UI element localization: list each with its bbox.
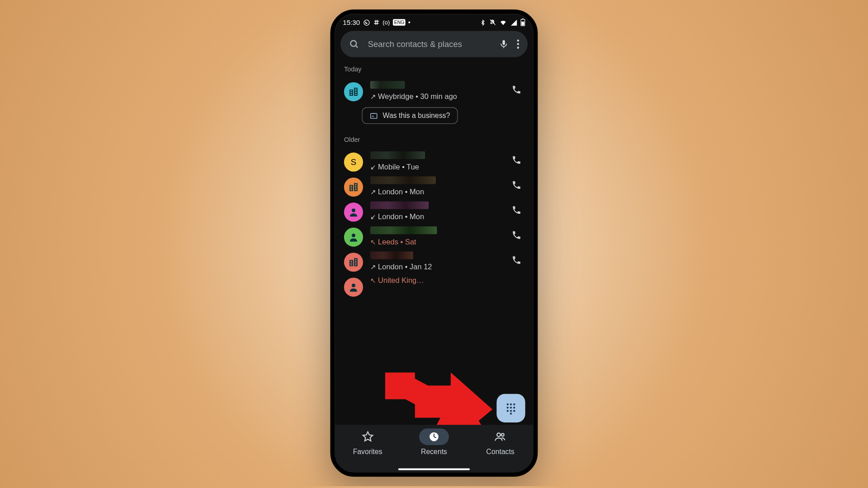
contact-name-redacted [370,226,437,234]
svg-point-17 [510,404,512,405]
people-icon [494,431,507,442]
missed-call-icon: ↖ [370,277,376,285]
call-details: ↗ London • Mon [370,188,524,196]
contact-name-redacted [370,251,413,259]
call-entry[interactable]: S ↙ Mobile • Tue [335,146,533,171]
avatar [344,82,363,101]
call-entry[interactable]: ↙ London • Mon [335,197,533,221]
status-right [480,19,525,26]
svg-point-16 [507,404,509,405]
svg-point-15 [352,284,355,287]
mic-icon[interactable] [499,39,509,50]
bluetooth-icon [480,19,486,26]
more-notifications-dot [409,21,410,23]
svg-point-10 [517,43,519,45]
call-entry[interactable]: ↖ United King… [335,272,533,296]
avatar: S [344,153,363,172]
svg-point-13 [352,209,355,212]
search-input[interactable]: Search contacts & places [368,39,491,49]
outgoing-call-icon: ↗ [370,263,376,271]
avatar [344,228,363,247]
contact-name-redacted [370,151,425,159]
clock-icon [429,432,439,442]
status-bar: 15:30 (o) ENG [335,14,533,27]
storefront-icon [370,112,378,120]
mute-icon [489,19,496,26]
call-entry[interactable]: ↗ London • Mon [335,172,533,197]
avatar [344,278,363,297]
call-entry[interactable]: ↗ London • Jan 12 [335,247,533,272]
call-button[interactable] [511,255,521,267]
lang-badge: ENG [393,19,406,26]
svg-point-21 [513,407,515,408]
call-details: ↖ Leeds • Sat [370,238,524,246]
call-subtext: Leeds • Sat [378,238,416,246]
gesture-bar[interactable] [398,468,470,470]
call-details: ↗ Weybridge • 30 min ago [370,92,524,100]
svg-point-9 [517,39,519,41]
call-subtext: United King… [378,277,424,285]
status-indicator-text: (o) [382,19,390,26]
call-details: ↗ London • Jan 12 [370,263,524,271]
business-prompt-chip[interactable]: Was this a business? [362,107,458,124]
clock: 15:30 [343,19,360,26]
svg-rect-4 [522,19,524,19]
call-button[interactable] [511,230,521,243]
svg-point-0 [364,20,369,25]
outgoing-call-icon: ↗ [370,93,376,100]
call-subtext: London • Jan 12 [378,263,432,271]
svg-point-18 [513,404,515,405]
battery-icon [520,19,525,26]
svg-point-20 [510,407,512,408]
call-subtext: London • Mon [378,188,424,196]
svg-point-25 [510,413,512,414]
nav-favorites[interactable]: Favorites [335,428,401,473]
svg-point-24 [513,410,515,412]
svg-point-19 [507,407,509,408]
avatar [344,202,363,221]
svg-point-30 [497,433,501,436]
more-icon[interactable] [517,39,519,49]
call-entry[interactable]: ↖ Leeds • Sat [335,222,533,247]
svg-point-23 [510,410,512,412]
svg-line-7 [356,46,358,47]
svg-rect-8 [503,40,505,45]
svg-rect-27 [393,373,453,419]
nav-label: Contacts [486,447,514,455]
bottom-nav: Favorites Recents Contacts [335,425,533,472]
section-header: Older [335,127,533,146]
contact-name-redacted [370,202,429,209]
contact-name-redacted [370,81,405,89]
call-button[interactable] [511,205,521,218]
call-subtext: Mobile • Tue [378,163,419,171]
svg-point-14 [352,234,355,237]
call-details: ↖ United King… [370,277,524,285]
cell-signal-icon [510,19,518,26]
search-bar[interactable]: Search contacts & places [340,31,528,57]
outgoing-call-icon: ↗ [370,188,376,196]
avatar [344,253,363,272]
call-button[interactable] [511,155,521,168]
call-log: Today ↗ Weybridge • 30 min ago Was this … [335,57,533,297]
call-subtext: London • Mon [378,213,424,221]
call-button[interactable] [511,84,521,97]
phone-frame: 15:30 (o) ENG Search contacts & places T… [330,9,538,477]
svg-point-31 [501,433,504,436]
status-left: 15:30 (o) ENG [343,19,410,26]
nav-recents[interactable]: Recents [401,428,467,473]
wifi-icon [499,19,507,26]
svg-rect-5 [521,22,524,25]
call-entry[interactable]: ↗ Weybridge • 30 min ago [335,76,533,101]
nav-contacts[interactable]: Contacts [467,428,533,473]
incoming-call-icon: ↙ [370,213,376,221]
section-header: Today [335,57,533,76]
call-button[interactable] [511,180,521,192]
call-subtext: Weybridge • 30 min ago [378,92,457,100]
search-icon [349,39,359,50]
call-details: ↙ Mobile • Tue [370,163,524,171]
nav-label: Recents [421,447,447,455]
hash-icon [373,19,380,26]
incoming-call-icon: ↙ [370,163,376,171]
dialpad-fab[interactable] [496,394,525,422]
svg-point-6 [350,41,356,47]
